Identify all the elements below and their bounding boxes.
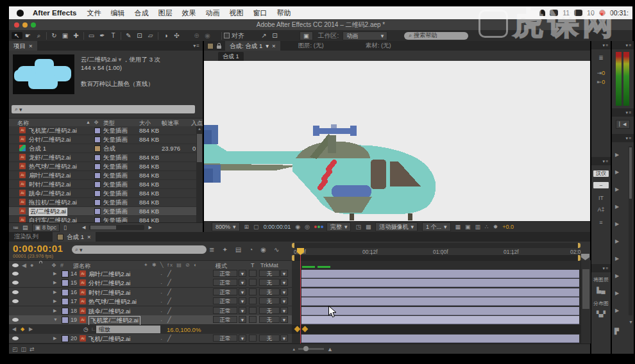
project-row[interactable]: Ai拖拉机/二维码2.ai矢量插画884 KB — [9, 198, 203, 207]
panel-menu-icon[interactable]: ▾≡ — [591, 41, 611, 49]
quality-icon[interactable]: ╱ — [167, 316, 171, 323]
trkmat-select[interactable]: 无 — [259, 279, 280, 286]
parent-pickwhip-icon[interactable]: · — [160, 279, 162, 286]
blend-mode-select[interactable]: 正常 — [213, 335, 237, 342]
menu-effect[interactable]: 效果 — [182, 8, 196, 18]
blend-mode-select[interactable]: 正常 — [213, 297, 237, 304]
t-toggle[interactable] — [249, 316, 257, 323]
menu-file[interactable]: 文件 — [87, 8, 101, 18]
camera-tool[interactable]: ▣ — [60, 32, 71, 39]
layer-row[interactable]: ▶17Ai热气球/二维码2.ai·╱正常▾无▾ — [9, 297, 292, 306]
panel-menu-icon[interactable]: ▾≡ — [193, 43, 203, 49]
hscroll-left-icon[interactable]: ◀ — [82, 225, 85, 230]
tag-icon[interactable]: ❖ — [51, 262, 56, 269]
label-swatch[interactable] — [94, 217, 101, 222]
close-icon[interactable]: × — [29, 41, 33, 51]
trkmat-dropdown-icon[interactable]: ▾ — [280, 307, 288, 314]
scroll-down-icon[interactable]: ▼ — [629, 320, 633, 324]
t-column[interactable]: T — [251, 262, 255, 269]
trkmat-dropdown-icon[interactable]: ▾ — [280, 316, 288, 323]
trkmat-select[interactable]: 无 — [259, 297, 280, 304]
eye-icon[interactable] — [12, 290, 19, 294]
tab-composition[interactable]: 合成: 合成 1 ▾ × — [225, 41, 280, 51]
effects-footer-icon[interactable]: ▛ — [612, 328, 634, 335]
time-navigator-bar[interactable] — [292, 243, 580, 248]
magnification-select[interactable]: 800% ▾ — [212, 222, 240, 231]
blend-mode-select[interactable]: 正常 — [213, 288, 237, 295]
shrink-icon[interactable]: ◫ — [21, 346, 27, 352]
project-row[interactable]: Ai分针/二维码2.ai矢量插画884 KB — [9, 135, 203, 144]
parent-pickwhip-icon[interactable]: · — [160, 317, 162, 324]
align-buttons-icon[interactable]: ▙▄ — [591, 287, 611, 294]
input-method-icon[interactable] — [574, 10, 582, 16]
effects-scrollbar[interactable] — [629, 146, 632, 315]
show-snapshot-icon[interactable]: ◎ — [305, 224, 310, 230]
sort-asc-icon[interactable]: ▲ — [86, 120, 90, 124]
project-row[interactable]: Ai自行车/二维码2.ai矢量插画884 KB — [9, 216, 203, 222]
trkmat-select[interactable]: 无 — [259, 288, 280, 295]
menu-window[interactable]: 窗口 — [253, 8, 267, 18]
property-value[interactable]: 16.0,100.0% — [167, 326, 201, 333]
hide-shy-icon[interactable]: ▤ — [235, 246, 241, 253]
trkmat-select[interactable]: 无 — [259, 316, 280, 323]
layer-duration-bar[interactable] — [301, 279, 579, 287]
trkmat-dropdown-icon[interactable]: ▾ — [280, 279, 288, 286]
eye-icon[interactable] — [12, 336, 19, 340]
eye-icon[interactable] — [12, 318, 19, 322]
work-area-bar[interactable] — [292, 255, 580, 261]
hscroll-right-icon[interactable]: ▶ — [148, 225, 151, 230]
label-swatch[interactable] — [94, 199, 101, 206]
draft-3d-icon[interactable]: ✦ — [222, 246, 227, 253]
label-swatch[interactable] — [94, 145, 101, 152]
parent-pickwhip-icon[interactable]: · — [160, 335, 162, 342]
tab-footage[interactable]: 素材: (无) — [366, 42, 391, 50]
parent-pickwhip-icon[interactable]: · — [160, 270, 162, 277]
t-toggle[interactable] — [249, 270, 257, 277]
clone-stamp-tool[interactable]: ⊡ — [134, 32, 145, 39]
expand-icon[interactable]: ▶ — [53, 336, 56, 341]
trkmat-dropdown-icon[interactable]: ▾ — [280, 270, 288, 277]
scrollbar-thumb[interactable] — [582, 269, 589, 309]
viewer-timecode[interactable]: 0:00:00:01 — [264, 224, 291, 230]
zoom-slider-knob[interactable] — [303, 346, 309, 351]
collapse-icon[interactable]: ▼ — [53, 317, 58, 322]
roto-brush-tool[interactable]: ◑ — [160, 32, 171, 39]
label-swatch[interactable] — [62, 335, 69, 342]
view-count-select[interactable]: 1 个... ▾ — [422, 222, 451, 231]
align-checkbox[interactable] — [224, 33, 230, 38]
tracker-panel-icon[interactable]: ≣ — [591, 54, 611, 61]
project-row[interactable]: Ai飞机桨/二维码2.ai矢量插画884 KB — [9, 126, 203, 135]
audio-column-icon[interactable]: ◀ — [22, 262, 26, 269]
zoom-tool[interactable]: ⌕ — [33, 32, 44, 40]
mini-flowchart-icon[interactable]: ≣ — [209, 246, 214, 253]
chevron-down-icon[interactable]: ▾ — [119, 56, 122, 63]
project-row[interactable]: Ai跳伞/二维码2.ai矢量插画884 KB — [9, 189, 203, 198]
rectangle-tool[interactable]: ▭ — [86, 32, 97, 39]
tag-icon[interactable]: ❖ — [94, 119, 99, 126]
blend-mode-select[interactable]: 正常 — [213, 307, 237, 314]
project-scrollbar[interactable]: ▲ — [196, 126, 203, 222]
blend-mode-select[interactable]: 正常 — [213, 270, 237, 277]
trkmat-dropdown-icon[interactable]: ▾ — [280, 335, 288, 342]
hand-tool[interactable]: ☛ — [22, 32, 33, 39]
expand-in-out-icon[interactable]: ◰ — [12, 346, 18, 352]
tab-render-queue[interactable]: 渲染队列 — [14, 233, 38, 241]
font-family-select[interactable]: 汉仪 — [593, 170, 609, 177]
camera-depth-icon[interactable]: ▣ — [300, 31, 313, 40]
notification-bell-icon[interactable] — [539, 10, 545, 16]
pen-tool[interactable]: ✒ — [97, 32, 108, 39]
comp-marker-button[interactable] — [581, 254, 589, 260]
label-swatch[interactable] — [94, 163, 101, 170]
timeline-scrollbar[interactable] — [580, 260, 591, 343]
mode-dropdown-icon[interactable]: ▾ — [239, 335, 246, 342]
eye-icon[interactable] — [12, 272, 19, 276]
comp-flowchart-icon[interactable]: ∴ — [485, 224, 489, 230]
switches-column-icons[interactable]: ✦ ✱ ╲ fx ▤ ⊘ ◐ — [144, 262, 198, 268]
project-row-composition[interactable]: 合成 1合成23.9760: — [9, 144, 203, 153]
pixel-aspect-icon[interactable]: ▦ — [455, 224, 461, 230]
eye-icon[interactable] — [12, 281, 19, 285]
mode-dropdown-icon[interactable]: ▾ — [239, 316, 246, 323]
font-style-select[interactable]: – — [593, 182, 609, 188]
snapshot-icon[interactable]: ◉ — [295, 224, 300, 230]
close-icon[interactable]: × — [87, 232, 91, 242]
